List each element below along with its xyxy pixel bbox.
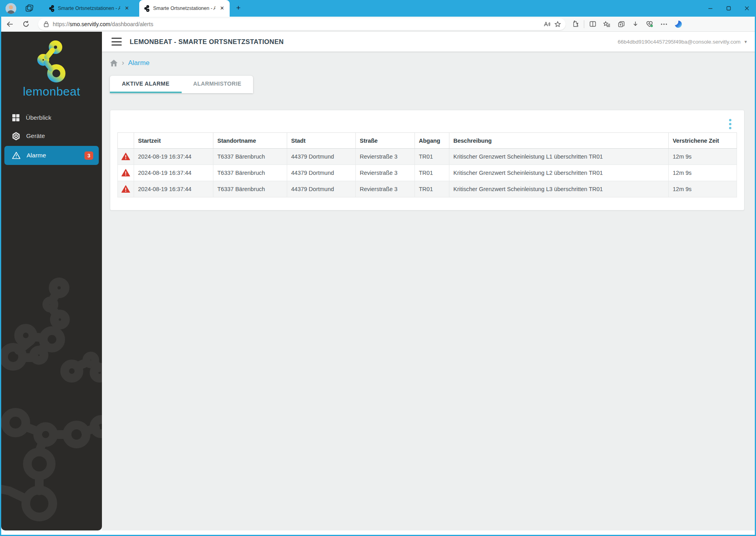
account-email: 66b4dbd9190c4457295f49ba@console.servitl… xyxy=(618,39,741,45)
refresh-icon[interactable] xyxy=(20,18,32,30)
more-options-icon[interactable] xyxy=(727,117,733,131)
cell-stadt: 44379 Dortmund xyxy=(287,165,356,181)
alarms-card: Startzeit Standortname Stadt Straße Abga… xyxy=(110,110,744,211)
sidebar-item-label: Alarme xyxy=(27,152,46,159)
browser-tab[interactable]: Smarte Ortsnetzstationen - Alerts ✕ xyxy=(44,0,134,17)
sidebar-item-alarme[interactable]: Alarme 3 xyxy=(4,146,99,165)
browser-tab-active[interactable]: Smarte Ortsnetzstationen - Alerts ✕ xyxy=(139,0,230,17)
split-screen-icon[interactable] xyxy=(587,18,599,30)
browser-window: Smarte Ortsnetzstationen - Alerts ✕ Smar… xyxy=(0,0,756,536)
browser-tab-strip: Smarte Ortsnetzstationen - Alerts ✕ Smar… xyxy=(0,0,756,17)
tab-title: Smarte Ortsnetzstationen - Alerts xyxy=(58,6,120,11)
extensions-icon[interactable] xyxy=(570,18,581,30)
downloads-icon[interactable] xyxy=(629,18,641,30)
collections-icon[interactable] xyxy=(601,18,613,30)
sidebar-nav: Überblick Geräte Alarme 3 xyxy=(1,109,102,165)
lemonbeat-favicon xyxy=(49,5,55,12)
col-verstrichene-zeit: Verstrichene Zeit xyxy=(669,133,737,149)
alarm-triangle-icon xyxy=(12,151,21,159)
cell-beschreibung: Kritischer Grenzwert Scheinleistung L1 ü… xyxy=(449,149,669,165)
lemonbeat-favicon xyxy=(144,5,150,12)
sidebar: lemonbeat Überblick Geräte xyxy=(1,32,102,530)
brand-wordmark: lemonbeat xyxy=(1,85,102,98)
cell-strasse: Revierstraße 3 xyxy=(356,149,415,165)
alarm-tabs: AKTIVE ALARME ALARMHISTORIE xyxy=(110,76,253,93)
cell-startzeit: 2024-08-19 16:37:44 xyxy=(134,149,213,165)
profile-avatar[interactable] xyxy=(6,3,16,14)
col-standortname: Standortname xyxy=(213,133,287,149)
app-header: LEMONBEAT - SMARTE ORTSNETZSTATIONEN 66b… xyxy=(102,32,756,52)
cell-verstrichene-zeit: 12m 9s xyxy=(669,165,737,181)
sidebar-item-geraete[interactable]: Geräte xyxy=(1,127,102,145)
new-tab-button[interactable]: + xyxy=(233,3,244,14)
address-bar[interactable]: https://smo.servitly.com/dashboard/alert… xyxy=(38,18,566,30)
minimize-button[interactable] xyxy=(701,0,720,17)
col-stadt: Stadt xyxy=(287,133,356,149)
sidebar-item-label: Überblick xyxy=(26,114,52,121)
table-row[interactable]: 2024-08-19 16:37:44 T6337 Bärenbruch 443… xyxy=(118,149,737,165)
cell-verstrichene-zeit: 12m 9s xyxy=(669,181,737,197)
tab-alarmhistorie[interactable]: ALARMHISTORIE xyxy=(182,76,253,93)
workspaces-icon[interactable] xyxy=(25,4,34,12)
cell-standortname: T6337 Bärenbruch xyxy=(213,165,287,181)
alert-warning-icon xyxy=(121,169,130,177)
device-hex-icon xyxy=(12,132,20,140)
cell-startzeit: 2024-08-19 16:37:44 xyxy=(134,165,213,181)
breadcrumb: › Alarme xyxy=(110,57,744,69)
add-tab-to-group-icon[interactable] xyxy=(615,18,627,30)
table-row[interactable]: 2024-08-19 16:37:44 T6337 Bärenbruch 443… xyxy=(118,165,737,181)
tab-close-icon[interactable]: ✕ xyxy=(123,5,130,12)
tab-title: Smarte Ortsnetzstationen - Alerts xyxy=(153,6,215,11)
lock-icon xyxy=(44,21,49,27)
sidebar-item-label: Geräte xyxy=(26,132,45,140)
table-header-row: Startzeit Standortname Stadt Straße Abga… xyxy=(118,133,737,149)
close-button[interactable] xyxy=(738,0,756,17)
read-aloud-icon[interactable] xyxy=(541,19,552,30)
home-icon[interactable] xyxy=(110,59,118,67)
col-strasse: Straße xyxy=(356,133,415,149)
toolbar-icons xyxy=(570,18,684,30)
molecule-watermark xyxy=(1,269,102,530)
browser-essentials-icon[interactable] xyxy=(644,18,656,30)
favorite-star-icon[interactable] xyxy=(552,19,563,30)
settings-more-icon[interactable] xyxy=(658,18,670,30)
main-area: LEMONBEAT - SMARTE ORTSNETZSTATIONEN 66b… xyxy=(102,32,756,535)
url-text[interactable]: https://smo.servitly.com/dashboard/alert… xyxy=(53,21,541,27)
account-menu[interactable]: 66b4dbd9190c4457295f49ba@console.servitl… xyxy=(618,39,748,45)
copilot-icon[interactable] xyxy=(672,18,684,30)
card-toolbar xyxy=(117,116,737,132)
cell-verstrichene-zeit: 12m 9s xyxy=(669,149,737,165)
cell-strasse: Revierstraße 3 xyxy=(356,181,415,197)
col-startzeit: Startzeit xyxy=(134,133,213,149)
tab-aktive-alarme[interactable]: AKTIVE ALARME xyxy=(110,76,182,93)
chevron-down-icon: ▼ xyxy=(744,40,748,44)
lemonbeat-glyph-icon xyxy=(33,40,71,84)
menu-toggle-icon[interactable] xyxy=(111,38,122,46)
sidebar-item-ueberblick[interactable]: Überblick xyxy=(1,109,102,127)
cell-stadt: 44379 Dortmund xyxy=(287,181,356,197)
avatar-photo xyxy=(6,3,16,14)
col-beschreibung: Beschreibung xyxy=(449,133,669,149)
back-icon[interactable] xyxy=(4,18,16,30)
app-shell: lemonbeat Überblick Geräte xyxy=(1,32,755,535)
col-icon xyxy=(118,133,134,149)
cell-beschreibung: Kritischer Grenzwert Scheinleistung L2 ü… xyxy=(449,165,669,181)
app-title: LEMONBEAT - SMARTE ORTSNETZSTATIONEN xyxy=(130,38,284,46)
table-row[interactable]: 2024-08-19 16:37:44 T6337 Bärenbruch 443… xyxy=(118,181,737,197)
breadcrumb-current[interactable]: Alarme xyxy=(128,59,150,67)
page-content: › Alarme AKTIVE ALARME ALARMHISTORIE xyxy=(102,52,756,530)
tab-close-icon[interactable]: ✕ xyxy=(219,5,226,12)
cell-abgang: TR01 xyxy=(415,181,449,197)
cell-strasse: Revierstraße 3 xyxy=(356,165,415,181)
alert-warning-icon xyxy=(121,153,130,161)
browser-toolbar: https://smo.servitly.com/dashboard/alert… xyxy=(0,17,756,32)
cell-stadt: 44379 Dortmund xyxy=(287,149,356,165)
maximize-button[interactable] xyxy=(720,0,738,17)
alarms-table: Startzeit Standortname Stadt Straße Abga… xyxy=(117,132,737,197)
alarm-count-badge: 3 xyxy=(84,151,93,160)
breadcrumb-separator: › xyxy=(122,59,124,67)
cell-abgang: TR01 xyxy=(415,165,449,181)
brand-logo: lemonbeat xyxy=(1,40,102,98)
toolbar-divider xyxy=(584,20,584,28)
cell-abgang: TR01 xyxy=(415,149,449,165)
